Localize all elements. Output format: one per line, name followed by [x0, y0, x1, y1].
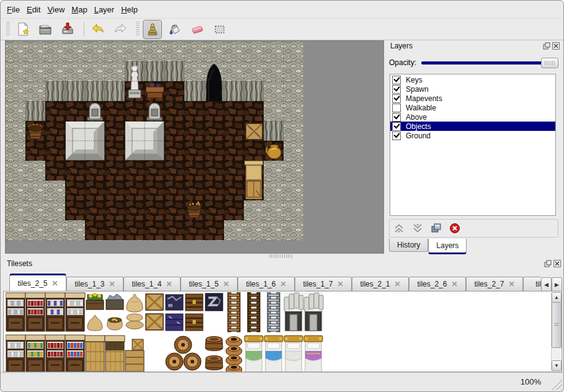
stamp-tool-button[interactable] [143, 20, 162, 39]
tilesets-panel-title: Tilesets [7, 259, 32, 268]
layer-checkbox[interactable] [392, 122, 401, 131]
map-canvas[interactable] [6, 42, 303, 241]
menu-map[interactable]: Map [71, 5, 87, 14]
app-window: File Edit View Map Layer Help [0, 0, 564, 392]
layer-name: Mapevents [406, 94, 442, 103]
layer-checkbox[interactable] [392, 113, 401, 122]
layers-close-button[interactable] [552, 42, 560, 50]
new-map-button[interactable] [13, 20, 32, 39]
scroll-down-icon[interactable]: ▼ [552, 360, 562, 371]
layer-name: Above [406, 113, 427, 122]
tab-close-icon[interactable]: ✕ [508, 280, 514, 288]
float-icon [544, 260, 552, 267]
tab-close-icon[interactable]: ✕ [451, 280, 457, 288]
save-icon [60, 22, 75, 37]
tab-close-icon[interactable]: ✕ [109, 280, 115, 288]
layer-row-keys[interactable]: Keys [390, 75, 555, 84]
layer-name: Ground [406, 131, 431, 140]
layer-checkbox[interactable] [392, 76, 401, 84]
duplicate-layer-icon [430, 222, 442, 234]
layer-checkbox[interactable] [392, 85, 401, 94]
scroll-up-icon[interactable]: ▲ [552, 292, 562, 303]
tileset-tab[interactable]: tiles_2_5✕ [9, 274, 66, 291]
layer-checkbox[interactable] [392, 131, 401, 140]
map-viewport[interactable] [5, 40, 384, 254]
resize-grip[interactable] [548, 376, 562, 390]
tileset-tab[interactable]: tiles_1_4✕ [123, 277, 181, 291]
select-rect-icon [212, 22, 227, 37]
close-icon [552, 42, 560, 50]
tileset-tab[interactable]: tiles_1_6✕ [238, 277, 295, 291]
scroll-thumb[interactable] [552, 302, 562, 348]
layer-row-objects[interactable]: Objects [390, 122, 555, 131]
tileset-tab[interactable]: tiles_2_7✕ [466, 277, 523, 291]
fill-tool-button[interactable] [165, 20, 184, 39]
layer-name: Keys [406, 76, 423, 84]
menu-view[interactable]: View [47, 5, 65, 14]
eraser-tool-button[interactable] [187, 20, 207, 39]
fill-tool-icon [168, 22, 182, 37]
layer-checkbox[interactable] [392, 94, 401, 103]
tileset-tab[interactable]: tiles_3✕ [523, 277, 541, 291]
opacity-handle[interactable] [541, 58, 558, 68]
raise-layer-button[interactable] [392, 221, 406, 235]
undo-button[interactable] [88, 20, 107, 39]
layer-checkbox[interactable] [392, 104, 401, 112]
open-map-button[interactable] [35, 20, 55, 39]
menu-file[interactable]: File [7, 5, 20, 14]
tileset-tab[interactable]: tiles_1_5✕ [181, 277, 238, 291]
tileset-tab[interactable]: tiles_2_1✕ [352, 277, 409, 291]
menu-layer[interactable]: Layer [94, 5, 115, 14]
tab-close-icon[interactable]: ✕ [166, 280, 172, 288]
opacity-label: Opacity: [389, 58, 416, 67]
tileset-palette[interactable]: ▲ ▼ [3, 291, 562, 372]
close-icon [553, 260, 561, 267]
redo-button[interactable] [110, 20, 130, 39]
lower-layer-icon [411, 222, 424, 234]
splitter-handle[interactable] [269, 254, 293, 258]
tileset-canvas[interactable] [6, 292, 336, 372]
undo-icon [91, 22, 105, 37]
tilesets-close-button[interactable] [553, 259, 561, 267]
toolbar-gripper[interactable] [6, 22, 10, 37]
tileset-tab[interactable]: tiles_1_3✕ [66, 277, 123, 291]
toolbar-separator [84, 22, 84, 37]
layer-row-walkable[interactable]: Walkable [390, 103, 555, 112]
tilesets-float-button[interactable] [544, 259, 552, 267]
dock-tab-bar: History Layers [389, 239, 467, 254]
layer-row-spawn[interactable]: Spawn [390, 84, 555, 94]
tab-layers[interactable]: Layers [428, 239, 467, 254]
save-map-button[interactable] [58, 20, 77, 39]
menu-help[interactable]: Help [121, 5, 138, 14]
tab-close-icon[interactable]: ✕ [223, 280, 229, 288]
layer-name: Objects [406, 122, 431, 131]
layer-name: Spawn [406, 85, 429, 94]
toolbar-gripper-2[interactable] [136, 22, 140, 37]
redo-icon [113, 22, 128, 37]
zoom-level: 100% [521, 377, 541, 386]
tab-close-icon[interactable]: ✕ [337, 280, 343, 288]
tab-close-icon[interactable]: ✕ [280, 280, 286, 288]
layer-row-mapevents[interactable]: Mapevents [390, 94, 555, 103]
tileset-tab[interactable]: tiles_1_7✕ [295, 277, 352, 291]
tab-scroll-right[interactable]: ▶ [552, 277, 562, 292]
layer-row-ground[interactable]: Ground [390, 131, 555, 140]
status-bar: 100% [1, 372, 563, 391]
delete-layer-icon [449, 222, 461, 234]
layers-panel: Layers Opacity: [387, 42, 561, 256]
lower-layer-button[interactable] [411, 221, 424, 235]
tileset-scrollbar[interactable]: ▲ ▼ [551, 292, 561, 371]
menu-edit[interactable]: Edit [27, 5, 40, 14]
delete-layer-button[interactable] [448, 221, 462, 235]
duplicate-layer-button[interactable] [429, 221, 443, 235]
tab-history[interactable]: History [389, 239, 428, 252]
select-tool-button[interactable] [210, 20, 229, 39]
layer-row-above[interactable]: Above [390, 112, 555, 122]
opacity-slider[interactable] [421, 58, 558, 68]
tileset-tab[interactable]: tiles_2_6✕ [409, 277, 466, 291]
tab-close-icon[interactable]: ✕ [51, 280, 58, 287]
stamp-tool-icon [145, 22, 160, 37]
tab-scroll-left[interactable]: ◀ [541, 277, 552, 292]
tab-close-icon[interactable]: ✕ [394, 280, 400, 288]
layers-float-button[interactable] [542, 42, 550, 50]
